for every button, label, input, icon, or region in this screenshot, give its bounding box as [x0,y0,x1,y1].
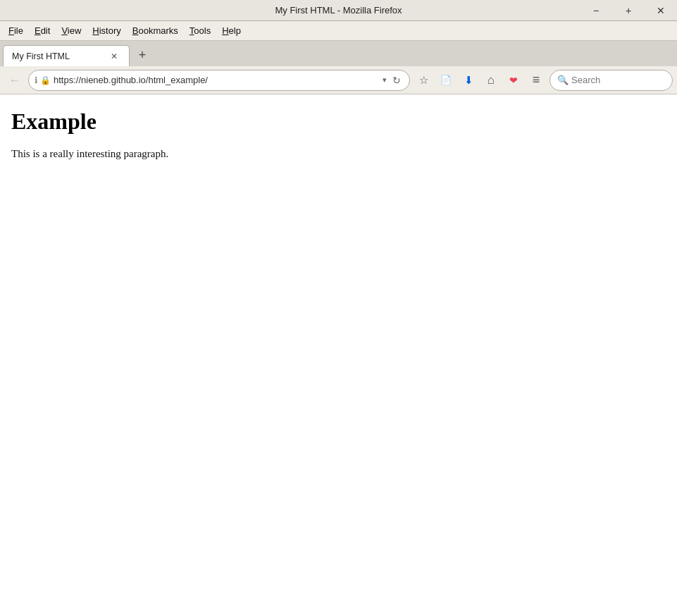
nav-bar: ← ℹ 🔒 ▾ ↻ ☆ 📄 ⬇ ⌂ ❤ ≡ 🔍 [0,66,677,94]
menu-file[interactable]: File [3,23,29,38]
reload-button[interactable]: ↻ [390,73,404,87]
menu-history[interactable]: History [87,23,126,38]
download-button[interactable]: ⬇ [458,70,479,91]
lock-icon: 🔒 [40,75,51,85]
menu-help[interactable]: Help [216,23,247,38]
search-input[interactable] [571,75,665,85]
menu-tools[interactable]: Tools [184,23,216,38]
menu-view[interactable]: View [56,23,87,38]
toolbar-icons: ☆ 📄 ⬇ ⌂ ❤ ≡ [413,70,547,91]
url-dropdown-icon[interactable]: ▾ [383,75,387,85]
menu-edit[interactable]: Edit [29,23,56,38]
home-button[interactable]: ⌂ [480,70,502,91]
page-heading: Example [11,109,666,135]
new-tab-button[interactable]: + [132,45,152,65]
url-bar[interactable]: ℹ 🔒 ▾ ↻ [28,70,410,91]
menu-bar: File Edit View History Bookmarks Tools H… [0,21,677,41]
menu-bookmarks[interactable]: Bookmarks [127,23,184,38]
tab-my-first-html[interactable]: My First HTML ✕ [3,45,130,66]
tab-label: My First HTML [12,51,70,61]
maximize-button[interactable]: + [612,0,645,21]
title-bar: My First HTML - Mozilla Firefox − + ✕ [0,0,677,21]
tab-close-button[interactable]: ✕ [108,50,120,63]
search-icon: 🔍 [557,75,569,85]
url-input[interactable] [54,75,380,85]
back-button[interactable]: ← [4,70,25,91]
close-button[interactable]: ✕ [645,0,677,21]
content-area: Example This is a really interesting par… [0,94,677,616]
reader-mode-button[interactable]: 📄 [435,70,456,91]
pocket-button[interactable]: ❤ [503,70,524,91]
info-icon: ℹ [35,75,38,85]
page-paragraph: This is a really interesting paragraph. [11,146,666,162]
window-title: My First HTML - Mozilla Firefox [275,5,402,16]
window-controls: − + ✕ [580,0,677,20]
url-icons: ℹ 🔒 [35,75,51,85]
minimize-button[interactable]: − [580,0,612,21]
bookmark-star-button[interactable]: ☆ [413,70,434,91]
search-bar[interactable]: 🔍 [549,70,673,91]
tab-bar: My First HTML ✕ + [0,41,677,66]
menu-button[interactable]: ≡ [526,70,547,91]
